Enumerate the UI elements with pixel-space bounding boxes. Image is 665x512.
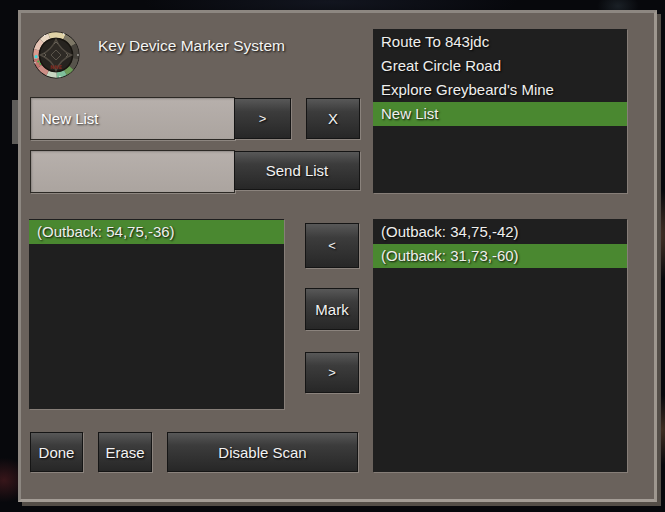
list-item[interactable]: (Outback: 34,75,-42) xyxy=(373,220,627,244)
compass-device-icon: NNE xyxy=(32,31,80,79)
list-item[interactable]: Explore Greybeard's Mine xyxy=(373,78,627,102)
add-list-button[interactable]: > xyxy=(234,98,291,139)
message-input[interactable] xyxy=(30,150,235,193)
dialog-title: Key Device Marker System xyxy=(98,37,285,55)
list-item[interactable]: (Outback: 54,75,-36) xyxy=(29,220,284,244)
delete-list-button[interactable]: X xyxy=(306,98,360,139)
disable-scan-button[interactable]: Disable Scan xyxy=(167,432,358,472)
marker-system-dialog: NNE Key Device Marker System > X Send Li… xyxy=(18,10,657,502)
done-button[interactable]: Done xyxy=(30,432,83,472)
marker-lists-listbox[interactable]: Route To 843jdcGreat Circle RoadExplore … xyxy=(373,29,627,193)
list-item[interactable]: Route To 843jdc xyxy=(373,30,627,54)
svg-text:NNE: NNE xyxy=(50,64,62,70)
list-item[interactable]: (Outback: 31,73,-60) xyxy=(373,244,627,268)
list-item[interactable]: Great Circle Road xyxy=(373,54,627,78)
list-item[interactable]: New List xyxy=(373,102,627,126)
list-name-input[interactable] xyxy=(30,97,235,140)
move-right-button[interactable]: > xyxy=(305,352,359,393)
list-markers-listbox[interactable]: (Outback: 34,75,-42)(Outback: 31,73,-60) xyxy=(373,219,627,472)
send-list-button[interactable]: Send List xyxy=(234,151,360,190)
erase-button[interactable]: Erase xyxy=(98,432,152,472)
scanned-markers-listbox[interactable]: (Outback: 54,75,-36) xyxy=(29,219,284,409)
mark-button[interactable]: Mark xyxy=(305,288,359,330)
move-left-button[interactable]: < xyxy=(305,223,359,268)
